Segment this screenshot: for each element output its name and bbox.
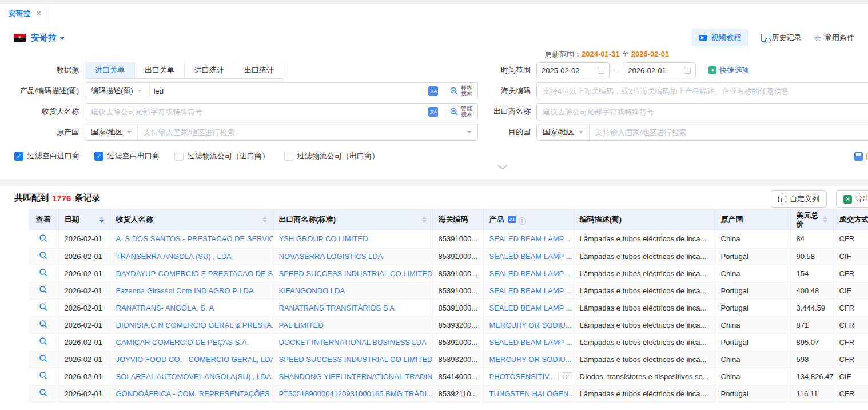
translate-icon[interactable] [428,86,438,96]
date-cell: 2026-02-01 [58,316,110,333]
product-link[interactable]: SEALED BEAM LAMP ... [489,304,572,312]
video-tutorial-button[interactable]: 视频教程 [692,29,748,46]
view-detail-icon[interactable] [39,354,47,363]
view-cell [29,316,58,333]
sort-icon[interactable] [422,216,427,223]
exporter-link[interactable]: RANATRANS TRANSITÁRIOS S A [273,299,432,316]
exporter-link[interactable]: DOCKET INTERNATIONAL BUSINESS LDA [273,333,432,351]
product-link[interactable]: SEALED BEAM LAMP ... [489,234,572,243]
checkbox-filter-blank-exporter[interactable]: 过滤空白出口商 [94,151,160,161]
exporter-link[interactable]: NOVASERRA LOGISTICS LDA [273,248,432,265]
tab-export-statistics[interactable]: 出口统计 [234,62,284,78]
product-link[interactable]: SEALED BEAM LAMP ... [489,338,572,347]
view-detail-icon[interactable] [39,388,47,397]
product-cell: MERCURY OR SODIU... [483,351,574,368]
checkbox-filter-blank-importer[interactable]: 过滤空白进口商 [14,151,79,161]
consignee-link[interactable]: JOYVIO FOOD CO. - COMERCIO GERAL, LDA [110,351,273,368]
hs-code-cell: 85414000... [432,368,483,385]
view-detail-icon[interactable] [39,320,47,328]
view-cell [29,265,58,282]
smart-search-button[interactable]: 智能 搜索 [449,106,477,117]
product-link[interactable]: TUNGSTEN HALOGEN... [489,389,574,398]
col-product: 产品AI [483,209,574,230]
history-button[interactable]: 历史记录 [761,33,802,43]
col-consignee[interactable]: 收货人名称 [110,209,273,230]
product-more-badge[interactable]: +2 [558,372,572,381]
origin-country-input[interactable] [138,124,467,140]
view-detail-icon[interactable] [39,268,47,277]
product-link[interactable]: MERCURY OR SODIU... [489,321,572,329]
col-date[interactable]: 日期 [58,209,110,230]
exporter-input[interactable] [536,103,868,120]
destination-country-input[interactable] [590,124,868,140]
product-link[interactable]: SEALED BEAM LAMP ... [489,252,572,261]
consignee-input-group: 智能 搜索 [85,103,478,120]
product-search-input[interactable] [148,83,428,99]
checkbox-filter-logistics-importer[interactable]: 过滤物流公司（进口商） [174,151,269,161]
history-label: 历史记录 [772,33,802,43]
collapse-chevron-icon[interactable] [497,164,508,170]
view-detail-icon[interactable] [39,285,47,294]
view-detail-icon[interactable] [39,302,47,311]
exporter-link[interactable]: PAL LIMITED [273,316,432,333]
exporter-link[interactable]: YSH GROUP CO LIMITED [273,230,432,248]
product-link[interactable]: MERCURY OR SODIU... [489,355,572,364]
chevron-down-icon[interactable] [60,37,65,40]
tab-export-declarations[interactable]: 出口关单 [135,62,185,78]
exporter-link[interactable]: PT50018900004120931000165 BMG TRADI... [273,385,432,402]
col-hs-code: 海关编码 [432,209,483,230]
product-mode-select[interactable]: 编码描述(葡) [85,83,148,99]
date-end-input[interactable]: 2026-02-01 [623,62,696,78]
usd-total-cell: 84 [790,230,833,248]
country-header: 安哥拉 视频教程 历史记录 常用条件 [0,23,868,52]
consignee-link[interactable]: CAMICAR COMERCIO DE PEÇAS S.A. [110,333,273,351]
hs-code-input[interactable] [536,82,868,99]
consignee-input[interactable] [85,104,428,120]
destination-mode-select[interactable]: 国家/地区 [537,124,590,140]
origin-mode-select[interactable]: 国家/地区 [85,124,138,140]
save-conditions-button[interactable]: 保 [854,151,868,161]
quick-options-button[interactable]: 快捷选项 [708,65,749,75]
consignee-link[interactable]: TRANSERRA ANGOLA (SU) , LDA [110,248,273,265]
product-link[interactable]: PHOTOSENSITIV... [489,372,555,381]
customize-columns-button[interactable]: 自定义列 [771,190,827,208]
consignee-link[interactable]: RANATRANS- ANGOLA, S. A [110,299,273,316]
translate-icon[interactable] [428,107,438,117]
product-cell: SEALED BEAM LAMP ... [483,265,574,282]
country-name[interactable]: 安哥拉 [31,33,57,43]
consignee-link[interactable]: DAYDAYUP-COMERCIO E PRESTACAO DE S... [110,265,273,282]
tab-close-icon[interactable]: ✕ [35,10,42,17]
tab-import-statistics[interactable]: 进口统计 [185,62,234,78]
col-exporter[interactable]: 出口商名称(标准) [273,209,432,230]
sort-icon[interactable] [823,216,827,223]
consignee-link[interactable]: SOLAREAL AUTOMOVEL ANGOLA(SU)., LDA [110,368,273,385]
consignee-link[interactable]: GONDOÁFRICA - COM. REPRESENTAÇÕES ... [110,385,273,402]
product-link[interactable]: SEALED BEAM LAMP ... [489,269,572,278]
tab-import-declarations[interactable]: 进口关单 [85,62,135,78]
sort-icon[interactable] [262,216,267,223]
tab-angola[interactable]: 安哥拉 ✕ [0,4,50,23]
exporter-link[interactable]: SPEED SUCCESS INDUSTRIAL CO LIMITED [273,265,432,282]
video-tutorial-label: 视频教程 [711,33,741,43]
view-detail-icon[interactable] [39,371,47,380]
consignee-link[interactable]: A. S DOS SANTOS - PRESTACAO DE SERVIC... [110,230,273,248]
info-icon[interactable] [519,217,526,225]
favorites-button[interactable]: 常用条件 [814,33,854,43]
checkbox-filter-logistics-exporter[interactable]: 过滤物流公司（出口商） [284,151,379,161]
date-start-input[interactable]: 2025-02-02 [536,62,610,78]
exporter-link[interactable]: SHANDONG YIFEI INTERNATIONAL TRADIN... [273,368,432,385]
export-excel-button[interactable]: 导出Exc [836,190,868,208]
consignee-link[interactable]: Fazenda Girassol Com IND AGRO P LDA [110,282,273,299]
view-detail-icon[interactable] [39,234,47,242]
sort-icon[interactable] [99,216,104,223]
exporter-link[interactable]: KIFANGONDO LDA [273,282,432,299]
exporter-link[interactable]: SPEED SUCCESS INDUSTRIAL CO LIMITED [273,351,432,368]
section-divider [0,179,868,186]
consignee-link[interactable]: DIONISIA.C.N COMERCIO GERAL & PRESTA... [110,316,273,333]
view-detail-icon[interactable] [39,251,47,260]
product-link[interactable]: SEALED BEAM LAMP ... [489,286,572,295]
hs-code-cell: 85391000... [432,230,483,248]
fuzzy-search-button[interactable]: 模糊 搜索 [449,85,477,97]
view-detail-icon[interactable] [39,337,47,345]
col-usd-total[interactable]: 美元总价 [790,209,833,230]
